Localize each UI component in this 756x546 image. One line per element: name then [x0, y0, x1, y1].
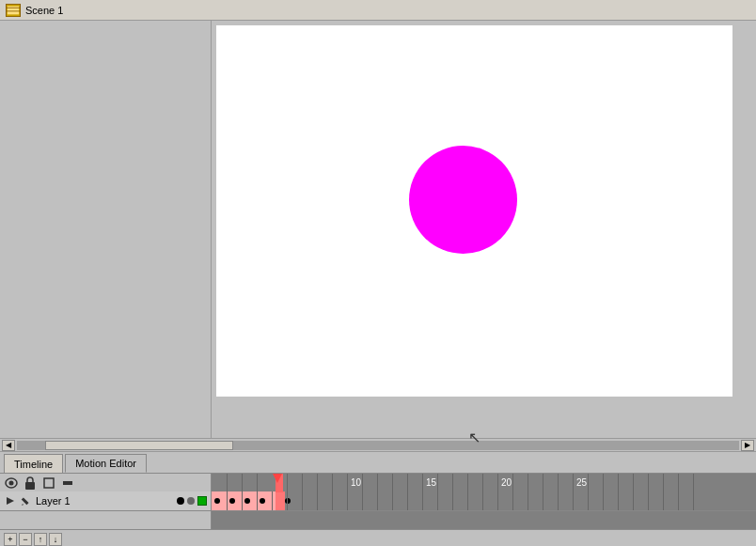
- pencil-icon[interactable]: [20, 494, 33, 507]
- grid-line-14: [437, 474, 438, 492]
- delete-layer-button[interactable]: −: [19, 533, 32, 546]
- frame-number-10: 10: [351, 477, 361, 488]
- timeline-empty-row: [0, 510, 756, 529]
- lock-icon[interactable]: [23, 476, 38, 491]
- horizontal-scrollbar[interactable]: ◀ ↖ ▶: [0, 438, 756, 451]
- frame-number-15: 15: [426, 477, 436, 488]
- grid-line-27: [633, 474, 634, 492]
- frame-dot-4: [260, 498, 265, 504]
- layer-grid-9: [347, 491, 348, 510]
- frame-dot-1: [214, 498, 220, 504]
- main-area: [0, 21, 756, 438]
- add-layer-button[interactable]: +: [4, 533, 17, 546]
- layer-grid-8: [332, 491, 333, 510]
- scene-icon: [6, 4, 21, 17]
- canvas-area: [212, 21, 756, 438]
- frame-icon[interactable]: [60, 476, 75, 491]
- layer-dot-2: [187, 497, 195, 505]
- layer-grid-12: [392, 491, 393, 510]
- scroll-thumb[interactable]: [45, 441, 233, 450]
- grid-line-30: [678, 474, 679, 492]
- layer-footer-left: [0, 511, 212, 529]
- grid-line-18: [497, 474, 498, 492]
- layer-grid-30: [663, 491, 664, 510]
- tab-timeline[interactable]: Timeline: [4, 454, 63, 473]
- layer-grid-23: [558, 491, 559, 510]
- layer-grid-32: [693, 491, 694, 510]
- layer-grid-7: [317, 491, 318, 510]
- svg-marker-9: [7, 497, 14, 505]
- circle-object[interactable]: [409, 146, 517, 254]
- timeline-bottom-bar: + − ↑ ↓: [0, 529, 756, 546]
- frame-pointer: [273, 474, 282, 483]
- move-down-button[interactable]: ↓: [49, 533, 62, 546]
- layer-grid-26: [603, 491, 604, 510]
- move-up-button[interactable]: ↑: [34, 533, 47, 546]
- grid-line-3: [257, 474, 258, 492]
- frame-number-20: 20: [501, 477, 512, 488]
- grid-line-11: [392, 474, 393, 492]
- tab-motion-editor[interactable]: Motion Editor: [65, 454, 147, 473]
- layer-grid-28: [633, 491, 634, 510]
- title-bar: Scene 1: [0, 0, 756, 21]
- layer-grid-17: [467, 491, 468, 510]
- layer-controls: Layer 1: [0, 491, 212, 510]
- layer-expand-icon[interactable]: [4, 494, 17, 507]
- grid-line-7: [332, 474, 333, 492]
- eye-icon[interactable]: [4, 476, 19, 491]
- svg-rect-6: [25, 482, 35, 490]
- layer-grid-22: [543, 491, 543, 510]
- layer-color-swatch[interactable]: [197, 496, 207, 506]
- layer-header-controls: [0, 474, 212, 492]
- layer-name[interactable]: Layer 1: [36, 495, 174, 507]
- timeline-layer-row: Layer 1: [0, 491, 756, 510]
- layer-grid-16: [452, 491, 453, 510]
- layer-frame-cells[interactable]: [212, 491, 756, 510]
- grid-line-26: [618, 474, 619, 492]
- layer-grid-27: [618, 491, 619, 510]
- grid-line-28: [648, 474, 649, 492]
- timeline-header-row: 5 10 15 20 25: [0, 473, 756, 491]
- layer-grid-2: [242, 491, 243, 510]
- layer-grid-14: [422, 491, 423, 510]
- layer-grid-4: [272, 491, 273, 510]
- layer-grid-25: [588, 491, 589, 510]
- grid-line-25: [603, 474, 604, 492]
- svg-rect-8: [63, 481, 72, 485]
- layer-grid-13: [407, 491, 408, 510]
- stage-canvas[interactable]: [216, 25, 732, 397]
- frames-ruler: 5 10 15 20 25: [212, 474, 756, 492]
- frame-dot-2: [229, 498, 235, 504]
- scroll-right-button[interactable]: ▶: [741, 440, 754, 451]
- layer-grid-18: [482, 491, 483, 510]
- layer-grid-24: [573, 491, 574, 510]
- grid-line-22: [558, 474, 559, 492]
- grid-line-8: [347, 474, 348, 492]
- layer-grid-10: [362, 491, 363, 510]
- layer-grid-21: [528, 491, 528, 510]
- layer-footer-frames: [212, 511, 756, 529]
- grid-line-9: [362, 474, 363, 492]
- grid-line-2: [242, 474, 243, 492]
- layer-grid-20: [512, 491, 513, 510]
- layer-grid-5: [287, 491, 288, 510]
- svg-point-5: [9, 481, 14, 486]
- layer-grid-11: [377, 491, 378, 510]
- svg-rect-7: [44, 478, 54, 488]
- grid-line-15: [452, 474, 453, 492]
- svg-rect-10: [22, 497, 29, 505]
- outline-icon[interactable]: [41, 476, 56, 491]
- timeline-panel: Timeline Motion Editor: [0, 451, 756, 546]
- grid-line-5: [302, 474, 303, 492]
- grid-line-12: [407, 474, 408, 492]
- frame-number-25: 25: [576, 477, 587, 488]
- scroll-track[interactable]: [17, 441, 739, 450]
- grid-line-4: [287, 474, 288, 492]
- grid-line-23: [573, 474, 574, 492]
- scroll-left-button[interactable]: ◀: [2, 440, 15, 451]
- left-panel: [0, 21, 212, 438]
- frame-dot-3: [244, 498, 250, 504]
- grid-line-19: [512, 474, 513, 492]
- layer-grid-29: [648, 491, 649, 510]
- grid-line-31: [693, 474, 694, 492]
